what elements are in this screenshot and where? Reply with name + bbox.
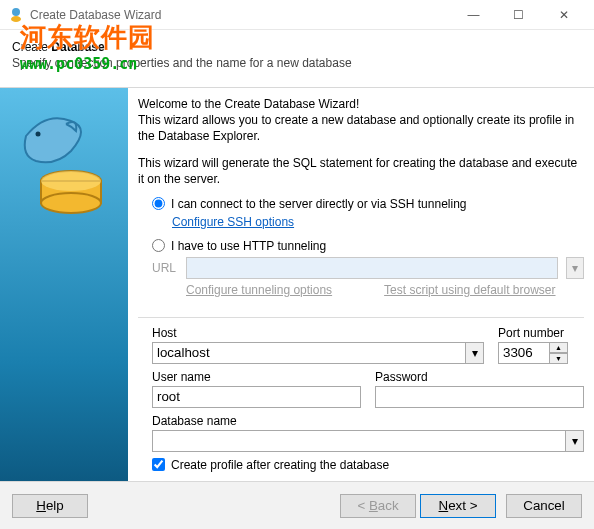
svg-point-1 (11, 16, 21, 22)
svg-point-6 (41, 171, 101, 191)
host-label: Host (152, 326, 484, 340)
minimize-button[interactable]: — (451, 1, 496, 29)
url-label: URL (152, 261, 178, 275)
user-label: User name (152, 370, 361, 384)
help-button[interactable]: Help (12, 494, 88, 518)
cancel-button[interactable]: Cancel (506, 494, 582, 518)
url-input (186, 257, 558, 279)
welcome-text: Welcome to the Create Database Wizard! T… (138, 96, 584, 145)
radio-http-label: I have to use HTTP tunneling (171, 239, 326, 253)
radio-direct[interactable] (152, 197, 165, 210)
configure-ssh-link[interactable]: Configure SSH options (172, 215, 294, 229)
dolphin-db-icon (16, 106, 112, 216)
configure-tunnel-link: Configure tunneling options (186, 283, 332, 297)
info-text: This wizard will generate the SQL statem… (138, 155, 584, 187)
page-subtitle: Specify connection properties and the na… (12, 56, 582, 70)
radio-http-row[interactable]: I have to use HTTP tunneling (152, 239, 584, 253)
wizard-main: Welcome to the Create Database Wizard! T… (128, 88, 594, 481)
divider (138, 317, 584, 318)
create-profile-label: Create profile after creating the databa… (171, 458, 389, 472)
password-input[interactable] (375, 386, 584, 408)
password-label: Password (375, 370, 584, 384)
back-button: < Back (340, 494, 416, 518)
wizard-header: Create Database Specify connection prope… (0, 30, 594, 88)
svg-point-5 (41, 193, 101, 213)
host-input[interactable] (152, 342, 466, 364)
wizard-sidebar (0, 88, 128, 481)
page-title: Create Database (12, 40, 582, 54)
port-input[interactable] (498, 342, 550, 364)
url-row: URL ▾ (152, 257, 584, 279)
test-script-link: Test script using default browser (384, 283, 555, 297)
radio-http[interactable] (152, 239, 165, 252)
port-spin-up[interactable]: ▲ (550, 342, 568, 353)
wizard-footer: Help < Back Next > Cancel (0, 481, 594, 529)
create-profile-row[interactable]: Create profile after creating the databa… (152, 458, 584, 472)
svg-point-2 (36, 132, 41, 137)
create-profile-checkbox[interactable] (152, 458, 165, 471)
radio-direct-label: I can connect to the server directly or … (171, 197, 466, 211)
svg-point-0 (12, 8, 20, 16)
url-dropdown-button: ▾ (566, 257, 584, 279)
dbname-dropdown-button[interactable]: ▾ (566, 430, 584, 452)
app-icon (8, 7, 24, 23)
port-spin-down[interactable]: ▼ (550, 353, 568, 364)
close-button[interactable]: ✕ (541, 1, 586, 29)
host-dropdown-button[interactable]: ▾ (466, 342, 484, 364)
radio-direct-row[interactable]: I can connect to the server directly or … (152, 197, 584, 211)
port-label: Port number (498, 326, 584, 340)
dbname-input[interactable] (152, 430, 566, 452)
titlebar: Create Database Wizard — ☐ ✕ (0, 0, 594, 30)
next-button[interactable]: Next > (420, 494, 496, 518)
maximize-button[interactable]: ☐ (496, 1, 541, 29)
user-input[interactable] (152, 386, 361, 408)
window-title: Create Database Wizard (30, 8, 451, 22)
dbname-label: Database name (152, 414, 584, 428)
